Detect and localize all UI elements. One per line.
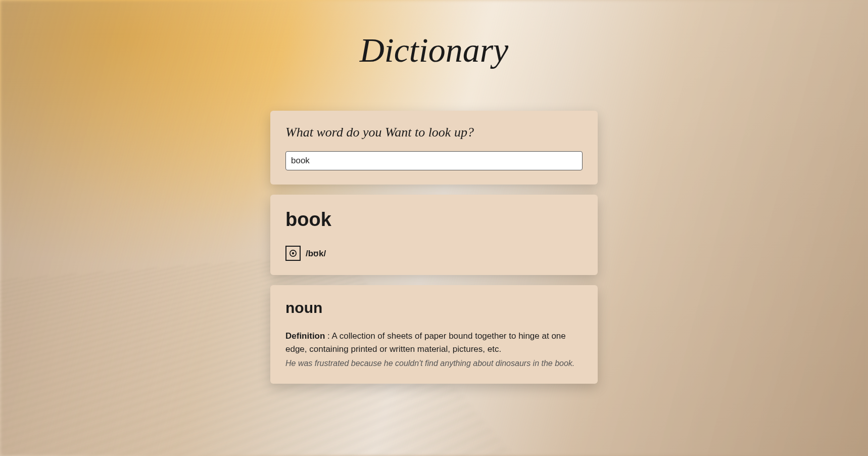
example-line: He was frustrated because he couldn't fi…	[285, 357, 583, 370]
search-card: What word do you Want to look up?	[270, 111, 598, 185]
word-heading: book	[285, 209, 583, 231]
phonetic-text: /bʊk/	[306, 248, 326, 259]
search-input[interactable]	[285, 151, 583, 170]
search-label: What word do you Want to look up?	[285, 125, 583, 140]
page-title: Dictionary	[0, 0, 868, 111]
definition-line: Definition : A collection of sheets of p…	[285, 330, 583, 355]
meaning-card: noun Definition : A collection of sheets…	[270, 285, 598, 384]
play-circle-icon	[290, 250, 297, 257]
definition-label: Definition	[285, 331, 325, 341]
phonetic-row: /bʊk/	[285, 246, 583, 261]
definition-text: : A collection of sheets of paper bound …	[285, 331, 566, 354]
word-card: book /bʊk/	[270, 195, 598, 275]
part-of-speech-heading: noun	[285, 299, 583, 316]
play-audio-button[interactable]	[285, 246, 301, 261]
svg-point-1	[292, 252, 294, 254]
